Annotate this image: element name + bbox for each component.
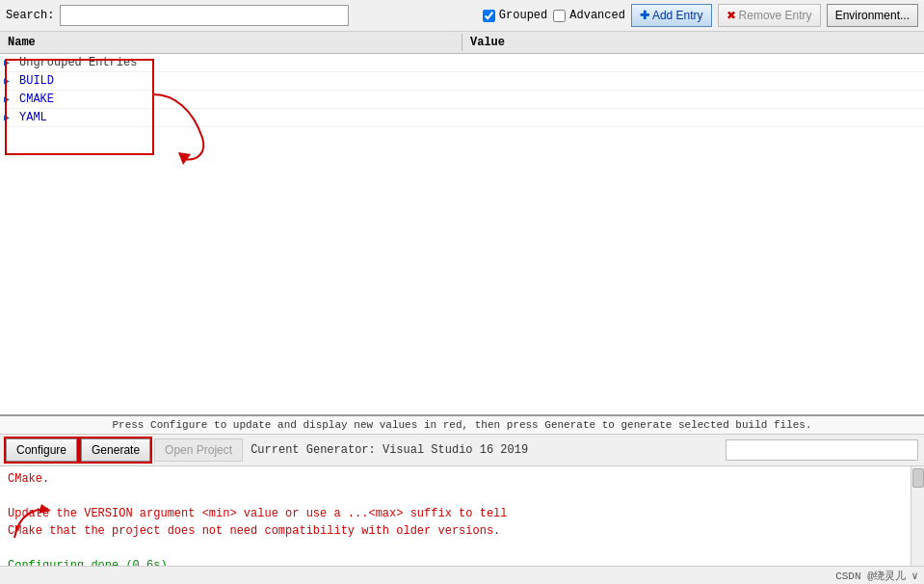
advanced-checkbox-group: Advanced — [553, 9, 625, 22]
col-value-header: Value — [462, 34, 513, 51]
advanced-checkbox[interactable] — [553, 10, 566, 22]
grouped-label[interactable]: Grouped — [499, 9, 547, 22]
open-project-label: Open Project — [165, 443, 232, 457]
expand-arrow-icon: ▶ — [4, 93, 15, 105]
hint-bar: Press Configure to update and display ne… — [0, 416, 924, 435]
remove-entry-label: Remove Entry — [739, 9, 812, 22]
tree-label-yaml: YAML — [19, 111, 47, 124]
action-bar: Configure Generate Open Project Current … — [0, 435, 924, 466]
log-scrollbar-thumb — [912, 468, 924, 488]
col-name-header: Name — [0, 34, 462, 51]
log-line — [8, 540, 893, 557]
expand-arrow-icon: ▶ — [4, 75, 15, 87]
generate-button[interactable]: Generate — [81, 438, 150, 462]
expand-arrow-icon: ▶ — [4, 112, 15, 123]
add-entry-button[interactable]: ✚ Add Entry — [631, 4, 712, 27]
open-project-button: Open Project — [154, 438, 243, 462]
list-item[interactable]: ▶ BUILD — [0, 72, 924, 91]
remove-entry-button[interactable]: ✖ Remove Entry — [718, 4, 821, 27]
list-item[interactable]: ▶ CMAKE — [0, 91, 924, 109]
status-text: CSDN @绕灵儿 ∨ — [835, 569, 918, 583]
grouped-checkbox-group: Grouped — [483, 9, 547, 22]
log-line-done: Configuring done (0.6s) — [8, 557, 893, 566]
tree-label-build: BUILD — [19, 74, 54, 88]
log-container: CMake. Update the VERSION argument <min>… — [0, 466, 924, 566]
main-area: Name Value ▶ Ungrouped Entries ▶ BUILD ▶… — [0, 32, 924, 584]
configure-button[interactable]: Configure — [6, 438, 77, 462]
advanced-label[interactable]: Advanced — [569, 9, 625, 22]
table-container: Name Value ▶ Ungrouped Entries ▶ BUILD ▶… — [0, 32, 924, 414]
status-bar: CSDN @绕灵儿 ∨ — [0, 566, 924, 584]
generate-label: Generate — [92, 443, 140, 457]
filter-input[interactable] — [726, 439, 918, 461]
log-line: Update the VERSION argument <min> value … — [8, 505, 893, 522]
log-scrollbar[interactable] — [911, 466, 924, 566]
log-line — [8, 488, 893, 505]
search-input[interactable] — [60, 5, 349, 26]
list-item[interactable]: ▶ YAML — [0, 109, 924, 127]
add-entry-label: Add Entry — [652, 9, 703, 22]
toolbar: Search: Grouped Advanced ✚ Add Entry ✖ R… — [0, 0, 924, 32]
expand-arrow-icon: ▶ — [4, 57, 15, 68]
hint-text: Press Configure to update and display ne… — [112, 419, 811, 431]
tree-label-ungrouped: Ungrouped Entries — [19, 56, 137, 69]
list-item[interactable]: ▶ Ungrouped Entries — [0, 54, 924, 72]
x-icon: ✖ — [726, 9, 736, 22]
table-area: Name Value ▶ Ungrouped Entries ▶ BUILD ▶… — [0, 32, 924, 416]
environment-button[interactable]: Environment... — [827, 4, 918, 27]
environment-label: Environment... — [835, 9, 910, 22]
tree-label-cmake: CMAKE — [19, 93, 54, 106]
grouped-checkbox[interactable] — [483, 10, 495, 22]
log-line: CMake. — [8, 470, 893, 488]
table-body: ▶ Ungrouped Entries ▶ BUILD ▶ CMAKE ▶ YA… — [0, 54, 924, 413]
generator-text: Current Generator: Visual Studio 16 2019 — [251, 443, 528, 457]
log-area: CMake. Update the VERSION argument <min>… — [0, 466, 911, 566]
configure-label: Configure — [16, 443, 66, 457]
bottom-section: Press Configure to update and display ne… — [0, 416, 924, 584]
plus-icon: ✚ — [640, 9, 649, 22]
table-header: Name Value — [0, 32, 924, 54]
search-label: Search: — [6, 9, 54, 22]
log-line: CMake that the project does not need com… — [8, 522, 893, 540]
